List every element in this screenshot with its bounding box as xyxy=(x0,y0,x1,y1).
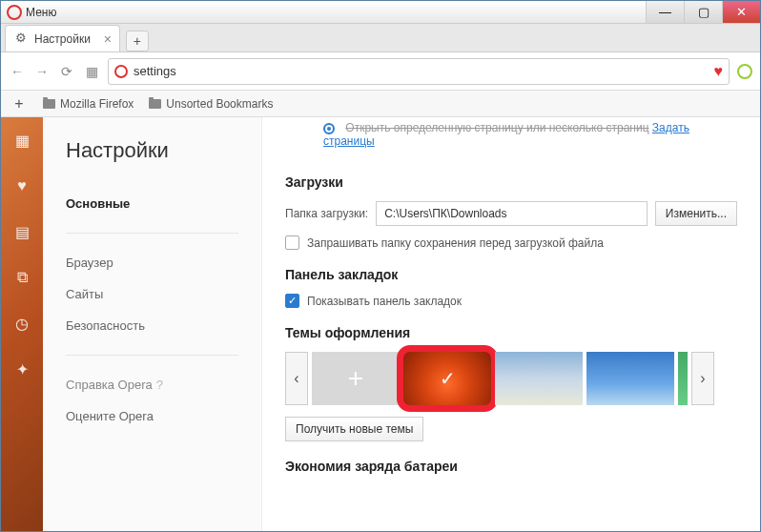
sidebar-item-security[interactable]: Безопасность xyxy=(66,310,238,341)
add-theme-button[interactable]: + xyxy=(312,352,400,405)
tab-bar: Настройки × + xyxy=(1,24,760,52)
sidebar-title: Настройки xyxy=(66,138,238,163)
themes-heading: Темы оформления xyxy=(285,325,737,340)
devices-rail-icon[interactable]: ⧉ xyxy=(12,268,31,287)
gear-icon xyxy=(15,32,29,46)
extensions-rail-icon[interactable]: ✦ xyxy=(12,359,31,379)
speed-dial-rail-icon[interactable]: ▦ xyxy=(12,131,31,150)
show-bookmarks-checkbox[interactable]: ✓ xyxy=(285,294,299,308)
show-bookmarks-label: Показывать панель закладок xyxy=(307,295,462,308)
tab-close-icon[interactable]: × xyxy=(104,31,112,47)
startup-text: Открыть определенную страницу или нескол… xyxy=(345,121,648,134)
change-folder-button[interactable]: Изменить... xyxy=(655,201,737,226)
forward-button[interactable]: → xyxy=(33,63,51,80)
opera-address-icon xyxy=(114,65,128,78)
battery-section: Экономия заряда батареи xyxy=(285,459,737,474)
sync-icon[interactable] xyxy=(737,64,752,79)
battery-heading: Экономия заряда батареи xyxy=(285,459,737,474)
sidebar-item-rate[interactable]: Оцените Opera xyxy=(66,400,238,432)
navigation-bar: ← → ⟳ ▦ ♥ xyxy=(1,52,760,91)
theme-option-sky[interactable] xyxy=(586,352,674,405)
help-icon: ? xyxy=(156,378,163,392)
address-bar[interactable]: ♥ xyxy=(108,58,730,85)
maximize-button[interactable]: ▢ xyxy=(684,1,722,23)
bookmarks-panel-section: Панель закладок ✓ Показывать панель закл… xyxy=(285,267,737,308)
heart-icon[interactable]: ♥ xyxy=(714,63,724,80)
bookmarks-heading: Панель закладок xyxy=(285,267,737,282)
theme-option-partial[interactable] xyxy=(678,352,688,405)
tab-settings[interactable]: Настройки × xyxy=(5,25,120,51)
opera-logo-icon xyxy=(7,5,22,20)
bookmark-folder-unsorted[interactable]: Unsorted Bookmarks xyxy=(149,97,273,111)
history-rail-icon[interactable]: ◷ xyxy=(12,314,31,333)
bookmark-label: Mozilla Firefox xyxy=(60,97,134,111)
themes-next-button[interactable]: › xyxy=(691,352,714,405)
themes-prev-button[interactable]: ‹ xyxy=(285,352,308,405)
ask-folder-checkbox[interactable] xyxy=(285,235,299,250)
sidebar-item-sites[interactable]: Сайты xyxy=(66,278,238,310)
close-button[interactable]: ✕ xyxy=(722,1,760,23)
check-icon: ✓ xyxy=(403,352,491,405)
back-button[interactable]: ← xyxy=(9,63,26,80)
settings-main: Открыть определенную страницу или нескол… xyxy=(262,117,760,531)
folder-icon xyxy=(43,99,55,109)
favorites-rail-icon[interactable]: ♥ xyxy=(12,176,31,195)
startup-option-row: Открыть определенную страницу или нескол… xyxy=(285,117,737,157)
themes-section: Темы оформления ‹ + ✓ › Получить новые т… xyxy=(285,325,737,441)
window-titlebar: Меню — ▢ ✕ xyxy=(1,1,760,24)
sidebar-item-browser[interactable]: Браузер xyxy=(66,247,238,278)
downloads-heading: Загрузки xyxy=(285,174,737,190)
sidebar-item-help[interactable]: Справка Opera ? xyxy=(66,369,238,400)
radio-selected-icon[interactable] xyxy=(323,123,335,134)
minimize-button[interactable]: — xyxy=(646,1,684,23)
theme-option-flower[interactable]: ✓ xyxy=(403,352,491,405)
left-rail: ▦ ♥ ▤ ⧉ ◷ ✦ xyxy=(1,117,43,531)
address-input[interactable] xyxy=(134,64,709,78)
bookmark-label: Unsorted Bookmarks xyxy=(166,97,273,111)
downloads-section: Загрузки Папка загрузки: C:\Users\ПК\Dow… xyxy=(285,174,737,250)
download-folder-label: Папка загрузки: xyxy=(285,207,368,220)
speed-dial-icon[interactable]: ▦ xyxy=(83,63,100,80)
settings-sidebar: Настройки Основные Браузер Сайты Безопас… xyxy=(43,117,262,531)
news-rail-icon[interactable]: ▤ xyxy=(12,222,31,241)
bookmark-folder-mozilla[interactable]: Mozilla Firefox xyxy=(43,97,134,111)
folder-icon xyxy=(149,99,161,109)
sidebar-item-basic[interactable]: Основные xyxy=(66,188,238,219)
new-tab-button[interactable]: + xyxy=(126,31,149,51)
bookmarks-bar: + Mozilla Firefox Unsorted Bookmarks xyxy=(1,91,760,117)
theme-option-mountain[interactable] xyxy=(495,352,583,405)
reload-button[interactable]: ⟳ xyxy=(58,63,75,80)
ask-folder-label: Запрашивать папку сохранения перед загру… xyxy=(307,236,604,250)
add-bookmark-button[interactable]: + xyxy=(10,95,28,113)
get-themes-button[interactable]: Получить новые темы xyxy=(285,417,423,441)
download-folder-input[interactable]: C:\Users\ПК\Downloads xyxy=(376,201,648,226)
help-label: Справка Opera xyxy=(66,378,153,392)
menu-label: Меню xyxy=(26,6,56,19)
menu-button[interactable]: Меню xyxy=(7,5,56,20)
tab-title: Настройки xyxy=(34,32,91,46)
